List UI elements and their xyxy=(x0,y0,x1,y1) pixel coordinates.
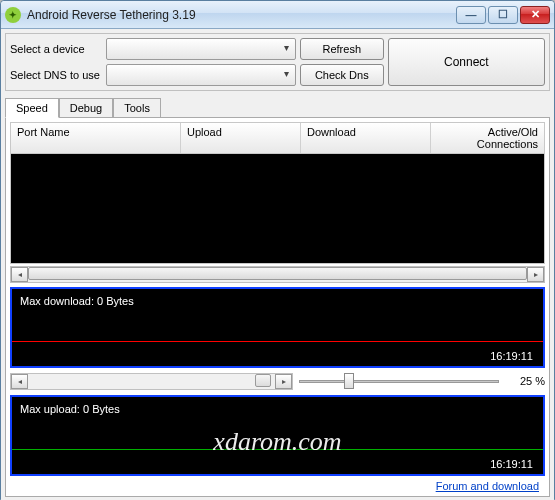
scroll-left-icon[interactable]: ◂ xyxy=(11,267,28,282)
client-area: Select a device Select DNS to use Refres… xyxy=(1,29,554,500)
selectors-grid: Select a device Select DNS to use xyxy=(10,38,296,86)
mid-scroll-thumb[interactable] xyxy=(255,374,271,387)
col-port-name[interactable]: Port Name xyxy=(11,123,181,153)
col-active-old[interactable]: Active/Old Connections xyxy=(431,123,544,153)
refresh-button[interactable]: Refresh xyxy=(300,38,384,60)
list-hscroll[interactable]: ◂ ▸ xyxy=(10,266,545,283)
action-buttons-col: Refresh Check Dns xyxy=(300,38,384,86)
download-chart-label: Max download: 0 Bytes xyxy=(20,295,134,307)
upload-chart: Max upload: 0 Bytes xdarom.com 16:19:11 xyxy=(10,395,545,476)
upload-chart-label: Max upload: 0 Bytes xyxy=(20,403,120,415)
download-chart-line xyxy=(12,341,543,342)
window-title: Android Reverse Tethering 3.19 xyxy=(27,8,456,22)
mid-scroll-right-icon[interactable]: ▸ xyxy=(275,374,292,389)
dns-label: Select DNS to use xyxy=(10,69,100,81)
watermark-text: xdarom.com xyxy=(213,427,341,457)
device-label: Select a device xyxy=(10,43,100,55)
app-icon: ✦ xyxy=(5,7,21,23)
forum-link[interactable]: Forum and download xyxy=(436,480,539,492)
tab-strip: Speed Debug Tools xyxy=(5,97,550,117)
scroll-thumb[interactable] xyxy=(28,267,527,280)
titlebar[interactable]: ✦ Android Reverse Tethering 3.19 — ☐ ✕ xyxy=(1,1,554,29)
col-download[interactable]: Download xyxy=(301,123,431,153)
mid-hscroll[interactable]: ◂ ▸ xyxy=(10,373,293,390)
zoom-slider[interactable] xyxy=(299,380,499,383)
download-chart-timestamp: 16:19:11 xyxy=(490,350,533,362)
tab-panel-speed: Port Name Upload Download Active/Old Con… xyxy=(5,117,550,497)
footer: Forum and download xyxy=(10,476,545,492)
tab-tools[interactable]: Tools xyxy=(113,98,161,118)
tab-speed[interactable]: Speed xyxy=(5,98,59,118)
slider-track[interactable] xyxy=(299,380,499,383)
mid-scroll-track[interactable] xyxy=(28,374,275,389)
mid-scroll-left-icon[interactable]: ◂ xyxy=(11,374,28,389)
app-window: ✦ Android Reverse Tethering 3.19 — ☐ ✕ S… xyxy=(0,0,555,500)
tab-debug[interactable]: Debug xyxy=(59,98,113,118)
slider-thumb[interactable] xyxy=(344,373,354,389)
minimize-button[interactable]: — xyxy=(456,6,486,24)
check-dns-button[interactable]: Check Dns xyxy=(300,64,384,86)
connections-list xyxy=(10,154,545,264)
upload-chart-line xyxy=(12,449,543,450)
col-upload[interactable]: Upload xyxy=(181,123,301,153)
device-dropdown[interactable] xyxy=(106,38,296,60)
connect-button[interactable]: Connect xyxy=(388,38,545,86)
close-button[interactable]: ✕ xyxy=(520,6,550,24)
download-chart: Max download: 0 Bytes 16:19:11 xyxy=(10,287,545,368)
list-header: Port Name Upload Download Active/Old Con… xyxy=(10,122,545,154)
scroll-track[interactable] xyxy=(28,267,527,282)
window-controls: — ☐ ✕ xyxy=(456,6,550,24)
upload-chart-timestamp: 16:19:11 xyxy=(490,458,533,470)
mid-controls: ◂ ▸ 25 % xyxy=(10,372,545,390)
zoom-percent: 25 % xyxy=(505,375,545,387)
scroll-right-icon[interactable]: ▸ xyxy=(527,267,544,282)
connection-panel: Select a device Select DNS to use Refres… xyxy=(5,33,550,91)
dns-dropdown[interactable] xyxy=(106,64,296,86)
maximize-button[interactable]: ☐ xyxy=(488,6,518,24)
